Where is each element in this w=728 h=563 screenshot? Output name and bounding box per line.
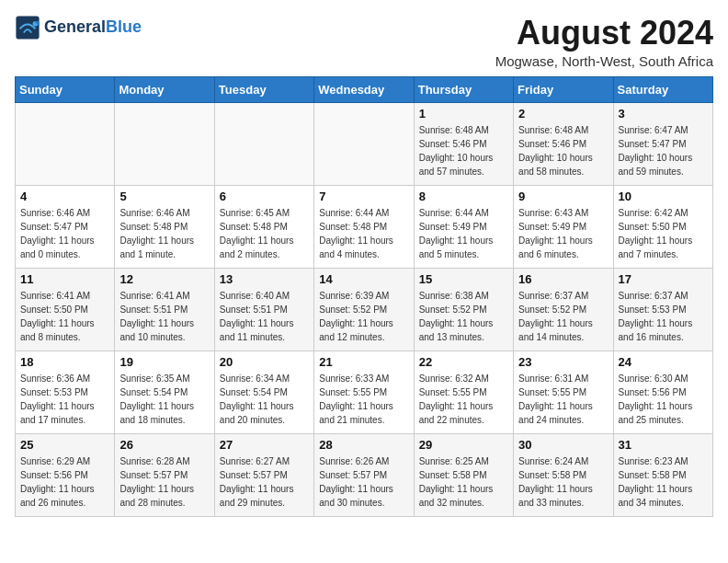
cell-info: Sunrise: 6:34 AMSunset: 5:54 PMDaylight:… <box>220 372 309 427</box>
cell-date: 24 <box>619 355 708 369</box>
cell-info: Sunrise: 6:40 AMSunset: 5:51 PMDaylight:… <box>220 289 309 344</box>
calendar-cell: 9Sunrise: 6:43 AMSunset: 5:49 PMDaylight… <box>514 185 613 268</box>
calendar-table: SundayMondayTuesdayWednesdayThursdayFrid… <box>15 76 713 517</box>
cell-info: Sunrise: 6:28 AMSunset: 5:57 PMDaylight:… <box>119 454 209 510</box>
cell-info: Sunrise: 6:29 AMSunset: 5:56 PMDaylight:… <box>20 454 109 510</box>
cell-date: 25 <box>20 438 109 452</box>
cell-date: 2 <box>518 107 608 121</box>
calendar-week-3: 11Sunrise: 6:41 AMSunset: 5:50 PMDayligh… <box>16 268 713 350</box>
calendar-header-row: SundayMondayTuesdayWednesdayThursdayFrid… <box>16 76 713 102</box>
cell-info: Sunrise: 6:48 AMSunset: 5:46 PMDaylight:… <box>518 123 608 178</box>
cell-info: Sunrise: 6:24 AMSunset: 5:58 PMDaylight:… <box>518 454 608 510</box>
cell-info: Sunrise: 6:44 AMSunset: 5:49 PMDaylight:… <box>419 206 508 261</box>
calendar-cell <box>314 102 414 185</box>
location: Mogwase, North-West, South Africa <box>495 53 713 69</box>
cell-info: Sunrise: 6:43 AMSunset: 5:49 PMDaylight:… <box>518 206 608 261</box>
header-friday: Friday <box>514 76 613 102</box>
header-monday: Monday <box>115 76 214 102</box>
cell-info: Sunrise: 6:45 AMSunset: 5:48 PMDaylight:… <box>220 206 309 261</box>
cell-info: Sunrise: 6:46 AMSunset: 5:48 PMDaylight:… <box>119 206 209 261</box>
cell-info: Sunrise: 6:26 AMSunset: 5:57 PMDaylight:… <box>319 454 408 510</box>
cell-date: 6 <box>220 190 309 203</box>
calendar-cell <box>115 102 214 185</box>
cell-date: 5 <box>119 190 209 203</box>
cell-date: 9 <box>518 190 608 203</box>
calendar-cell: 28Sunrise: 6:26 AMSunset: 5:57 PMDayligh… <box>314 433 414 516</box>
calendar-cell: 2Sunrise: 6:48 AMSunset: 5:46 PMDaylight… <box>514 102 613 185</box>
cell-info: Sunrise: 6:39 AMSunset: 5:52 PMDaylight:… <box>319 289 408 344</box>
calendar-cell <box>214 102 313 185</box>
cell-date: 28 <box>319 438 408 452</box>
calendar-cell: 16Sunrise: 6:37 AMSunset: 5:52 PMDayligh… <box>514 268 613 350</box>
cell-date: 12 <box>119 272 209 286</box>
title-block: August 2024 Mogwase, North-West, South A… <box>495 15 713 69</box>
cell-date: 1 <box>419 107 508 121</box>
header-wednesday: Wednesday <box>314 76 414 102</box>
calendar-cell: 30Sunrise: 6:24 AMSunset: 5:58 PMDayligh… <box>514 433 613 516</box>
cell-info: Sunrise: 6:27 AMSunset: 5:57 PMDaylight:… <box>220 454 309 510</box>
header-tuesday: Tuesday <box>214 76 313 102</box>
page-header: GeneralBlue August 2024 Mogwase, North-W… <box>15 15 713 69</box>
cell-info: Sunrise: 6:44 AMSunset: 5:48 PMDaylight:… <box>319 206 408 261</box>
cell-date: 11 <box>20 272 109 286</box>
calendar-cell: 31Sunrise: 6:23 AMSunset: 5:58 PMDayligh… <box>613 433 712 516</box>
calendar-cell: 12Sunrise: 6:41 AMSunset: 5:51 PMDayligh… <box>115 268 214 350</box>
header-sunday: Sunday <box>16 76 115 102</box>
header-saturday: Saturday <box>613 76 712 102</box>
cell-info: Sunrise: 6:41 AMSunset: 5:51 PMDaylight:… <box>119 289 209 344</box>
cell-info: Sunrise: 6:25 AMSunset: 5:58 PMDaylight:… <box>419 454 508 510</box>
calendar-cell: 1Sunrise: 6:48 AMSunset: 5:46 PMDaylight… <box>414 102 513 185</box>
calendar-cell: 14Sunrise: 6:39 AMSunset: 5:52 PMDayligh… <box>314 268 414 350</box>
calendar-week-2: 4Sunrise: 6:46 AMSunset: 5:47 PMDaylight… <box>16 185 713 268</box>
calendar-cell: 13Sunrise: 6:40 AMSunset: 5:51 PMDayligh… <box>214 268 313 350</box>
cell-date: 7 <box>319 190 408 203</box>
cell-date: 20 <box>220 355 309 369</box>
cell-info: Sunrise: 6:31 AMSunset: 5:55 PMDaylight:… <box>518 372 608 427</box>
calendar-cell: 17Sunrise: 6:37 AMSunset: 5:53 PMDayligh… <box>613 268 712 350</box>
calendar-cell: 27Sunrise: 6:27 AMSunset: 5:57 PMDayligh… <box>214 433 313 516</box>
calendar-cell: 20Sunrise: 6:34 AMSunset: 5:54 PMDayligh… <box>214 350 313 433</box>
logo-line1: GeneralBlue <box>44 18 142 37</box>
calendar-cell: 4Sunrise: 6:46 AMSunset: 5:47 PMDaylight… <box>16 185 115 268</box>
cell-date: 13 <box>220 272 309 286</box>
calendar-week-4: 18Sunrise: 6:36 AMSunset: 5:53 PMDayligh… <box>16 350 713 433</box>
cell-date: 19 <box>119 355 209 369</box>
calendar-cell: 6Sunrise: 6:45 AMSunset: 5:48 PMDaylight… <box>214 185 313 268</box>
cell-date: 27 <box>220 438 309 452</box>
calendar-cell: 3Sunrise: 6:47 AMSunset: 5:47 PMDaylight… <box>613 102 712 185</box>
cell-date: 17 <box>619 272 708 286</box>
cell-date: 29 <box>419 438 508 452</box>
calendar-week-5: 25Sunrise: 6:29 AMSunset: 5:56 PMDayligh… <box>16 433 713 516</box>
calendar-cell: 8Sunrise: 6:44 AMSunset: 5:49 PMDaylight… <box>414 185 513 268</box>
cell-date: 26 <box>119 438 209 452</box>
cell-info: Sunrise: 6:47 AMSunset: 5:47 PMDaylight:… <box>619 123 708 178</box>
calendar-cell: 18Sunrise: 6:36 AMSunset: 5:53 PMDayligh… <box>16 350 115 433</box>
calendar-cell: 21Sunrise: 6:33 AMSunset: 5:55 PMDayligh… <box>314 350 414 433</box>
calendar-cell: 23Sunrise: 6:31 AMSunset: 5:55 PMDayligh… <box>514 350 613 433</box>
header-thursday: Thursday <box>414 76 513 102</box>
cell-date: 10 <box>619 190 708 203</box>
cell-date: 22 <box>419 355 508 369</box>
calendar-cell: 19Sunrise: 6:35 AMSunset: 5:54 PMDayligh… <box>115 350 214 433</box>
calendar-cell: 11Sunrise: 6:41 AMSunset: 5:50 PMDayligh… <box>16 268 115 350</box>
cell-date: 21 <box>319 355 408 369</box>
logo-icon <box>15 15 40 40</box>
calendar-cell: 22Sunrise: 6:32 AMSunset: 5:55 PMDayligh… <box>414 350 513 433</box>
cell-info: Sunrise: 6:32 AMSunset: 5:55 PMDaylight:… <box>419 372 508 427</box>
cell-date: 14 <box>319 272 408 286</box>
cell-info: Sunrise: 6:38 AMSunset: 5:52 PMDaylight:… <box>419 289 508 344</box>
cell-date: 4 <box>20 190 109 203</box>
cell-date: 3 <box>619 107 708 121</box>
calendar-cell: 15Sunrise: 6:38 AMSunset: 5:52 PMDayligh… <box>414 268 513 350</box>
cell-date: 16 <box>518 272 608 286</box>
cell-info: Sunrise: 6:41 AMSunset: 5:50 PMDaylight:… <box>20 289 109 344</box>
cell-info: Sunrise: 6:42 AMSunset: 5:50 PMDaylight:… <box>619 206 708 261</box>
logo-text: GeneralBlue <box>44 18 142 37</box>
calendar-cell: 26Sunrise: 6:28 AMSunset: 5:57 PMDayligh… <box>115 433 214 516</box>
month-title: August 2024 <box>495 15 713 52</box>
cell-date: 30 <box>518 438 608 452</box>
calendar-cell <box>16 102 115 185</box>
cell-info: Sunrise: 6:33 AMSunset: 5:55 PMDaylight:… <box>319 372 408 427</box>
calendar-cell: 25Sunrise: 6:29 AMSunset: 5:56 PMDayligh… <box>16 433 115 516</box>
logo-line2: Blue <box>106 17 142 36</box>
